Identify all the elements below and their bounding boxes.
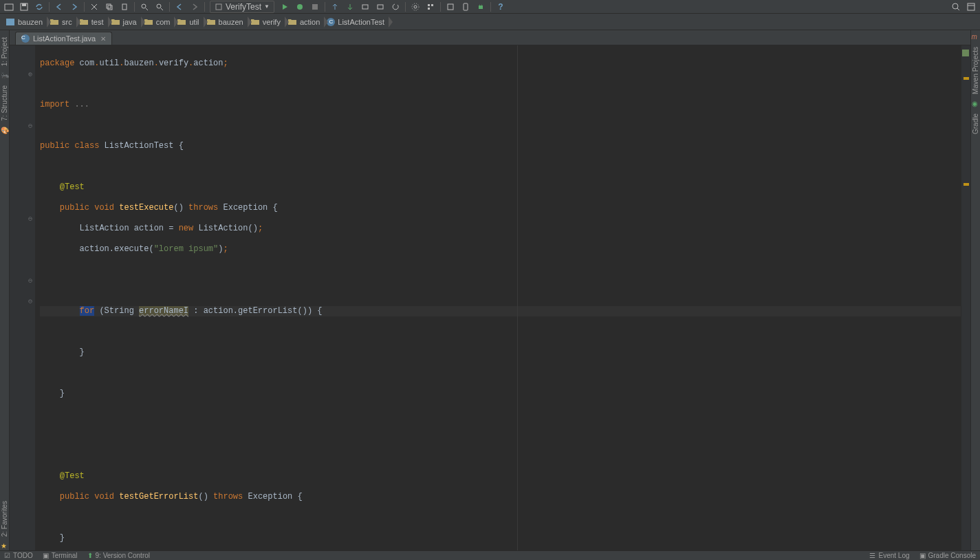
bottom-tool-bar: ☑TODO ▣Terminal ⬆9: Version Control ☰Eve…	[0, 550, 980, 560]
right-margin-line	[517, 45, 518, 550]
breadcrumb-item[interactable]: src	[47, 14, 76, 30]
project-structure-icon[interactable]	[423, 0, 438, 14]
folder-icon	[177, 17, 186, 27]
svg-rect-4	[108, 6, 112, 10]
svg-rect-0	[5, 4, 13, 10]
favorites-tool-tab[interactable]: 2: Favorites	[1, 497, 8, 541]
svg-point-13	[414, 6, 417, 8]
svg-point-9	[297, 4, 303, 10]
settings-icon[interactable]	[408, 0, 423, 14]
svg-point-21	[479, 4, 480, 5]
breadcrumb-label: util	[189, 18, 199, 26]
svg-point-23	[952, 3, 958, 9]
error-stripe[interactable]	[961, 45, 970, 550]
folder-icon	[206, 17, 216, 27]
svg-rect-2	[22, 3, 26, 6]
find-icon[interactable]	[137, 0, 152, 14]
palette-icon[interactable]: 🎨	[1, 127, 9, 135]
right-tool-strip: m Maven Projects ◉ Gradle	[970, 30, 980, 550]
svg-rect-16	[431, 4, 433, 6]
structure-tool-tab[interactable]: 7: Structure	[1, 81, 8, 125]
chevron-down-icon: ▼	[264, 3, 270, 10]
svg-rect-10	[312, 4, 318, 10]
svg-rect-12	[378, 5, 383, 9]
breadcrumb-item[interactable]: test	[76, 14, 108, 30]
breadcrumb-item[interactable]: bauzen	[204, 14, 248, 30]
tab-label: ListActionTest.java	[33, 34, 96, 43]
breadcrumb-label: action	[300, 18, 320, 26]
ant-icon[interactable]: 🐜	[1, 72, 9, 80]
editor-tabs: C ListActionTest.java ✕	[10, 30, 970, 45]
search-everywhere-icon[interactable]	[948, 0, 963, 14]
run-config-label: VerifyTest	[226, 2, 261, 12]
breadcrumb-item[interactable]: com	[141, 14, 175, 30]
vcs-history-icon[interactable]	[358, 0, 373, 14]
sdk-icon[interactable]	[443, 0, 458, 14]
forward-icon[interactable]	[187, 0, 202, 14]
gradle-tool-tab[interactable]: Gradle	[972, 109, 979, 138]
sync-icon[interactable]	[32, 0, 47, 14]
warning-marker[interactable]	[963, 183, 969, 186]
svg-rect-15	[428, 4, 430, 6]
back-icon[interactable]	[172, 0, 187, 14]
star-icon[interactable]: ★	[1, 542, 9, 550]
paste-icon[interactable]	[117, 0, 132, 14]
class-icon: C	[21, 34, 30, 43]
editor-tab[interactable]: C ListActionTest.java ✕	[15, 32, 112, 45]
breadcrumb-item[interactable]: CListActionTest	[324, 14, 389, 30]
todo-icon: ☑	[4, 552, 10, 559]
terminal-tool-button[interactable]: ▣Terminal	[43, 552, 78, 559]
vcs-rollback-icon[interactable]	[388, 0, 403, 14]
breadcrumb-label: src	[62, 18, 72, 26]
avd-icon[interactable]	[458, 0, 473, 14]
vcs-update-icon[interactable]	[327, 0, 342, 14]
folder-icon	[144, 17, 153, 27]
redo-icon[interactable]	[67, 0, 82, 14]
svg-rect-11	[362, 5, 368, 9]
svg-point-14	[412, 3, 419, 10]
vcs-commit-icon[interactable]	[342, 0, 358, 14]
event-log-button[interactable]: ☰Event Log	[869, 552, 909, 559]
coverage-icon[interactable]	[307, 0, 323, 14]
svg-rect-17	[428, 8, 430, 10]
undo-icon[interactable]	[52, 0, 67, 14]
code-area[interactable]: package com.util.bauzen.verify.action; i…	[36, 45, 961, 550]
todo-tool-button[interactable]: ☑TODO	[4, 552, 33, 559]
gradle-console-button[interactable]: ▣Gradle Console	[919, 552, 976, 559]
cut-icon[interactable]	[87, 0, 102, 14]
vcs-icon: ⬆	[87, 552, 93, 559]
svg-point-7	[157, 4, 161, 8]
breadcrumb-item[interactable]: java	[108, 14, 141, 30]
run-config-selector[interactable]: VerifyTest ▼	[210, 1, 274, 13]
code-editor[interactable]: ⊕ ⊖ ⊖ ⊖ ⊖ package com.util.bauzen.verify…	[10, 45, 970, 550]
module-icon	[6, 17, 15, 27]
replace-icon[interactable]	[152, 0, 167, 14]
breadcrumb-item[interactable]: util	[174, 14, 203, 30]
eventlog-icon: ☰	[869, 552, 875, 559]
breadcrumb-label: bauzen	[219, 18, 243, 26]
save-icon[interactable]	[17, 0, 32, 14]
maven-icon[interactable]: m	[972, 33, 980, 41]
gradle-icon[interactable]: ◉	[972, 100, 980, 108]
help-icon[interactable]: ?	[493, 0, 508, 14]
breadcrumb-label: verify	[263, 18, 281, 26]
project-tool-tab[interactable]: 1: Project	[1, 33, 8, 70]
breadcrumb-item[interactable]: action	[285, 14, 324, 30]
run-icon[interactable]	[277, 0, 292, 14]
gradle-console-icon: ▣	[919, 552, 926, 559]
debug-icon[interactable]	[292, 0, 307, 14]
layout-icon[interactable]	[963, 0, 979, 14]
breadcrumb-item[interactable]: verify	[248, 14, 285, 30]
vcs-revert-icon[interactable]	[373, 0, 388, 14]
vcs-tool-button[interactable]: ⬆9: Version Control	[87, 552, 151, 559]
copy-icon[interactable]	[102, 0, 117, 14]
breadcrumb-item[interactable]: bauzen	[3, 14, 47, 30]
maven-tool-tab[interactable]: Maven Projects	[972, 43, 979, 98]
open-icon[interactable]	[1, 0, 17, 14]
android-icon[interactable]	[473, 0, 488, 14]
main-toolbar: VerifyTest ▼ ?	[0, 0, 980, 14]
svg-rect-26	[6, 19, 14, 25]
folder-icon	[50, 17, 59, 27]
warning-marker[interactable]	[963, 77, 969, 80]
close-icon[interactable]: ✕	[100, 35, 106, 43]
